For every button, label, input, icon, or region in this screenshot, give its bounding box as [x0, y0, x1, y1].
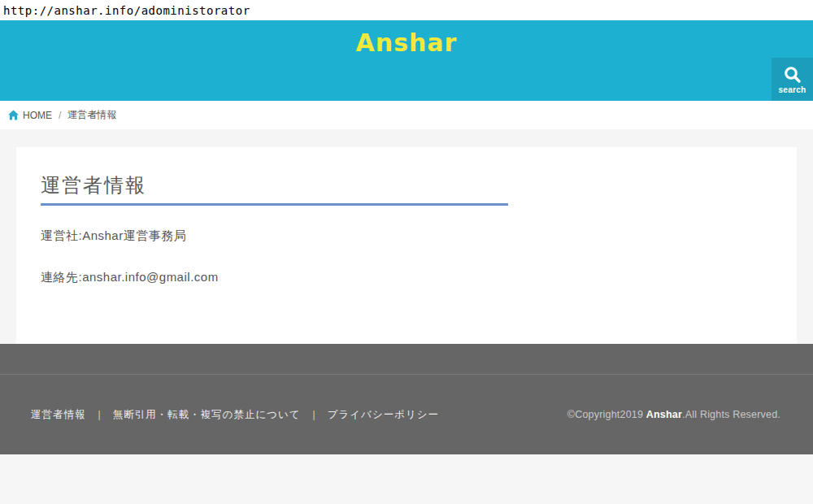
copyright: ©Copyright2019 Anshar.All Rights Reserve… [567, 409, 780, 420]
footer-link-no-reproduction[interactable]: 無断引用・転載・複写の禁止について [113, 408, 301, 422]
breadcrumb-separator: / [59, 110, 61, 121]
url-bar: http://anshar.info/adoministorator [0, 0, 813, 20]
contact-line: 連絡先:anshar.info@gmail.com [41, 268, 772, 285]
footer-bottom-band: 運営者情報 | 無断引用・転載・複写の禁止について | プライバシーポリシー ©… [0, 375, 813, 454]
title-underline [41, 203, 508, 206]
copyright-suffix: .All Rights Reserved. [682, 409, 780, 420]
footer-link-operator-info[interactable]: 運営者情報 [31, 408, 86, 422]
search-button-label: search [778, 85, 806, 94]
breadcrumb-home-link[interactable]: HOME [8, 110, 52, 121]
breadcrumb-home-label: HOME [23, 110, 52, 121]
breadcrumb-current: 運営者情報 [67, 108, 116, 122]
search-icon [784, 66, 802, 84]
page-bottom-spacer [0, 454, 813, 503]
content-card: 運営者情報 運営社:Anshar運営事務局 連絡先:anshar.info@gm… [16, 147, 797, 344]
page-title: 運営者情報 [41, 173, 772, 197]
operator-line: 運営社:Anshar運営事務局 [41, 227, 772, 244]
footer-link-separator: | [313, 409, 315, 420]
site-logo[interactable]: Anshar [0, 28, 813, 57]
footer-link-privacy-policy[interactable]: プライバシーポリシー [328, 408, 439, 422]
copyright-prefix: ©Copyright2019 [567, 409, 646, 420]
home-icon [8, 110, 19, 120]
url-text: http://anshar.info/adoministorator [3, 4, 250, 17]
site-header: Anshar search [0, 20, 813, 101]
breadcrumb: HOME / 運営者情報 [0, 101, 813, 129]
footer-nav: 運営者情報 | 無断引用・転載・複写の禁止について | プライバシーポリシー [31, 408, 439, 422]
site-footer: 運営者情報 | 無断引用・転載・複写の禁止について | プライバシーポリシー ©… [0, 344, 813, 454]
footer-top-band [0, 344, 813, 375]
main-content: 運営者情報 運営社:Anshar運営事務局 連絡先:anshar.info@gm… [0, 129, 813, 344]
footer-link-separator: | [98, 409, 101, 420]
copyright-brand: Anshar [646, 409, 682, 420]
search-button[interactable]: search [772, 58, 813, 101]
